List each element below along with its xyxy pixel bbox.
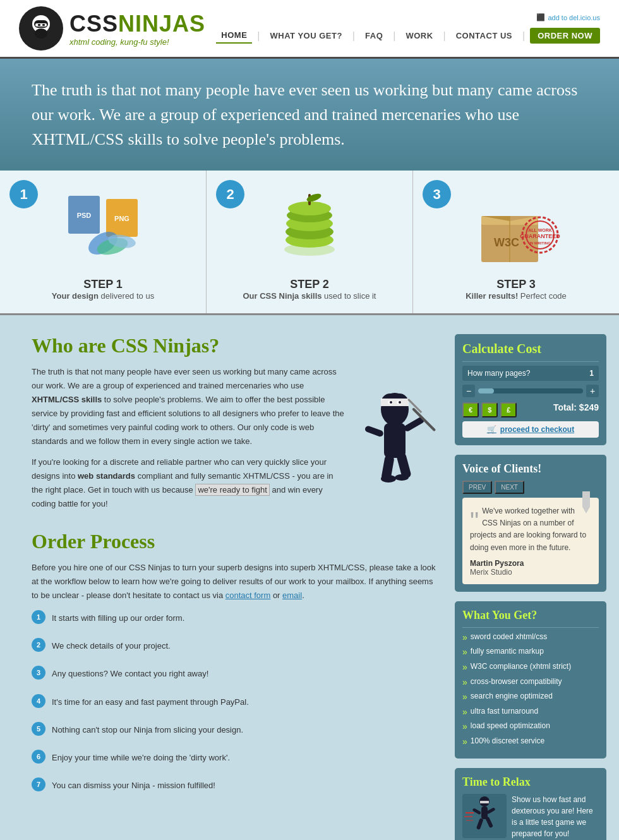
order-steps-list: 1 It starts with filling up our order fo… [32, 610, 436, 800]
clients-panel: Voice of Clients! PREV NEXT " We've work… [455, 455, 606, 592]
testimonial-card: " We've worked together with CSS Ninjas … [462, 498, 599, 584]
left-column: Who are CSS Ninjas? The truth is that no… [32, 334, 436, 840]
step-num-1: 1 [32, 610, 45, 624]
wyg-bullet-4: » [462, 676, 467, 689]
wyg-text-4: cross-browser compatibility [471, 676, 562, 687]
wyg-title: What You Get? [462, 609, 599, 622]
step-2-label: STEP 2 [219, 278, 400, 291]
svg-rect-43 [412, 407, 436, 431]
step-num-5: 5 [32, 722, 45, 736]
wyg-item-6: » ultra fast turnaround [462, 706, 599, 719]
cart-icon: 🛒 [487, 425, 496, 434]
main-nav: HOME | WHAT YOU GET? | FAQ | WORK | CONT… [216, 28, 600, 44]
svg-rect-54 [486, 807, 496, 814]
wyg-item-7: » load speed optimization [462, 721, 599, 733]
svg-text:ALL WORK: ALL WORK [528, 228, 552, 232]
calc-title: Calculate Cost [462, 342, 599, 356]
wyg-item-2: » fully semantic markup [462, 646, 599, 659]
nav-sep5: | [522, 30, 525, 42]
delicious-icon: ⬛ [536, 13, 545, 21]
nav-ordernow[interactable]: ORDER NOW [530, 28, 600, 44]
slider-row: − + [462, 385, 599, 397]
email-link[interactable]: email [282, 591, 302, 600]
wyg-text-6: ultra fast turnaround [471, 706, 538, 717]
wyg-item-4: » cross-browser compatibility [462, 676, 599, 689]
svg-text:PSD: PSD [77, 212, 92, 219]
checkout-button[interactable]: 🛒 proceed to checkout [462, 421, 599, 438]
step-1-number: 1 [9, 180, 38, 208]
nav-faq[interactable]: FAQ [360, 28, 388, 43]
order-step-1: 1 It starts with filling up our order fo… [32, 610, 436, 633]
nav-work[interactable]: WORK [400, 28, 438, 43]
nav-home[interactable]: HOME [216, 28, 252, 44]
svg-point-48 [395, 474, 409, 481]
who-text: The truth is that not many people have e… [32, 365, 344, 511]
order-process-section: Order Process Before you hire one of our… [32, 530, 436, 800]
svg-rect-35 [381, 399, 409, 406]
currency-usd-button[interactable]: $ [481, 402, 498, 417]
nav-sep2: | [352, 30, 355, 42]
step-2: 2 STEP 2 Our CSS Ninja skills used to sl… [207, 171, 413, 313]
svg-text:PNG: PNG [114, 215, 129, 222]
svg-rect-6 [35, 32, 47, 37]
nav-sep4: | [443, 30, 446, 42]
main-content: Who are CSS Ninjas? The truth is that no… [0, 315, 619, 840]
svg-rect-53 [472, 808, 482, 815]
hero-text: The truth is that not many people have e… [32, 78, 587, 152]
order-step-7: 7 You can dismiss your Ninja - mission f… [32, 777, 436, 800]
wyg-text-1: sword coded xhtml/css [471, 632, 547, 642]
wyg-bullet-2: » [462, 646, 467, 659]
step-num-7: 7 [32, 777, 45, 791]
svg-text:IN WRITING: IN WRITING [529, 241, 551, 245]
right-column: Calculate Cost How many pages? 1 − + € $… [455, 334, 606, 840]
testimonial-prev-button[interactable]: PREV [462, 481, 492, 494]
testimonial-next-button[interactable]: NEXT [495, 481, 524, 494]
pages-row: How many pages? 1 [462, 366, 599, 381]
nav-contact[interactable]: CONTACT US [451, 28, 517, 43]
order-step-4: 4 It's time for an easy and fast payment… [32, 694, 436, 717]
logo-text: CSSNINJAS xhtml coding, kung-fu style! [69, 11, 205, 47]
step-1-image: PSD PNG [13, 183, 193, 272]
wyg-bullet-5: » [462, 691, 467, 704]
relax-image [462, 794, 507, 838]
step-3-image: W3C ALL WORK GUARANTEED IN WRITING [426, 183, 606, 272]
slider-track[interactable] [478, 388, 583, 393]
relax-panel: Time to Relax [455, 768, 606, 841]
step-num-3: 3 [32, 666, 45, 680]
svg-text:GUARANTEED: GUARANTEED [520, 233, 560, 239]
order-step-2: 2 We check details of your project. [32, 638, 436, 661]
step-num-4: 4 [32, 694, 45, 708]
slider-plus-button[interactable]: + [586, 385, 599, 397]
who-title: Who are CSS Ninjas? [32, 334, 436, 357]
wyg-item-8: » 100% discreet service [462, 736, 599, 748]
wyg-item-1: » sword coded xhtml/css [462, 632, 599, 644]
svg-rect-56 [485, 816, 493, 828]
wyg-bullet-1: » [462, 632, 467, 644]
steps-section: 1 PSD PNG STEP 1 Your design delivered t… [0, 171, 619, 315]
nav-whatyouget[interactable]: WHAT YOU GET? [265, 28, 347, 43]
wyg-text-3: W3C compliance (xhtml strict) [471, 661, 571, 672]
wyg-bullet-7: » [462, 721, 467, 733]
wyg-bullet-3: » [462, 661, 467, 674]
calculate-cost-panel: Calculate Cost How many pages? 1 − + € $… [455, 334, 606, 445]
pages-value: 1 [589, 369, 594, 378]
svg-text:W3C: W3C [494, 236, 519, 249]
contact-form-link[interactable]: contact form [225, 591, 271, 600]
relax-title: Time to Relax [462, 776, 599, 789]
logo-tagline: xhtml coding, kung-fu style! [69, 37, 205, 47]
slider-fill [478, 388, 494, 393]
wyg-bullet-6: » [462, 706, 467, 719]
step-1-desc: Your design delivered to us [13, 291, 193, 301]
currency-gbp-button[interactable]: £ [500, 402, 517, 417]
svg-rect-51 [480, 801, 489, 803]
slider-minus-button[interactable]: − [462, 385, 475, 397]
header: CSSNINJAS xhtml coding, kung-fu style! ⬛… [0, 0, 619, 59]
pages-label: How many pages? [467, 369, 530, 378]
svg-rect-41 [364, 425, 385, 438]
testimonial-text: We've worked together with CSS Ninjas on… [470, 505, 591, 554]
delicious-link[interactable]: ⬛ add to del.icio.us [536, 13, 600, 21]
currency-eur-button[interactable]: € [462, 402, 479, 417]
what-you-get-panel: What You Get? » sword coded xhtml/css » … [455, 601, 606, 759]
order-intro: Before you hire one of our CSS Ninjas to… [32, 561, 436, 603]
svg-rect-2 [35, 23, 47, 27]
